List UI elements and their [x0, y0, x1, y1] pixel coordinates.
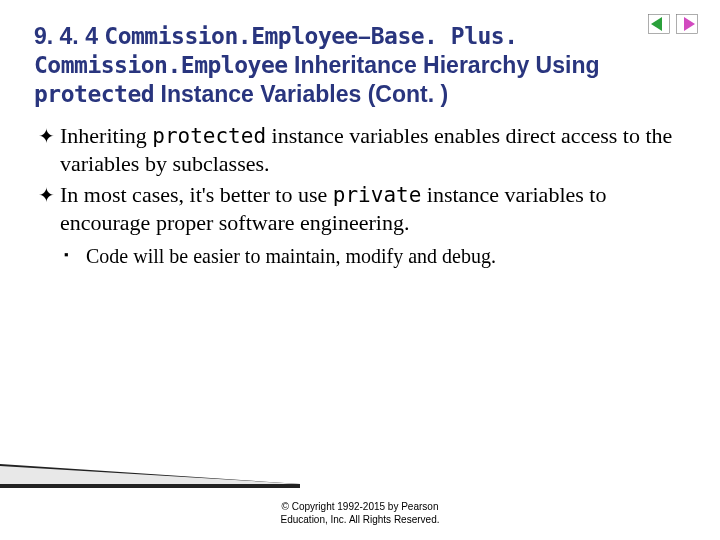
bullet-marker: ✦	[34, 181, 60, 209]
section-number: 9. 4. 4	[34, 23, 104, 49]
copyright-line-2: Education, Inc. All Rights Reserved.	[281, 514, 440, 525]
bullet-text: Code will be easier to maintain, modify …	[86, 243, 674, 269]
arrow-right-icon	[676, 14, 698, 34]
list-item: ✦ Inheriting protected instance variable…	[34, 122, 674, 178]
copyright: © Copyright 1992-2015 by Pearson Educati…	[0, 500, 720, 526]
bullet-text: In most cases, it's better to use privat…	[60, 181, 674, 237]
nav-controls	[648, 14, 698, 34]
title-text-2: Instance Variables (Cont. )	[154, 81, 448, 107]
inline-code: private	[333, 183, 422, 207]
svg-marker-3	[684, 17, 695, 31]
title-code-3: protected	[34, 81, 154, 107]
slide-title: 9. 4. 4 Commission.Employee–Base. Plus. …	[34, 22, 614, 108]
svg-marker-1	[651, 17, 662, 31]
bullet-marker: ✦	[34, 122, 60, 150]
arrow-left-icon	[648, 14, 670, 34]
svg-marker-4	[0, 464, 300, 488]
list-item: ▪ Code will be easier to maintain, modif…	[64, 243, 674, 269]
list-item: ✦ In most cases, it's better to use priv…	[34, 181, 674, 237]
bullet-marker: ▪	[64, 243, 86, 268]
bullet-text: Inheriting protected instance variables …	[60, 122, 674, 178]
next-button[interactable]	[676, 14, 698, 34]
title-text-1: Inheritance Hierarchy Using	[288, 52, 600, 78]
prev-button[interactable]	[648, 14, 670, 34]
copyright-line-1: © Copyright 1992-2015 by Pearson	[282, 501, 439, 512]
inline-code: protected	[152, 124, 266, 148]
slide: 9. 4. 4 Commission.Employee–Base. Plus. …	[0, 0, 720, 540]
decorative-wedge	[0, 444, 300, 488]
svg-marker-5	[0, 466, 300, 484]
title-code-1: Commission.Employee	[104, 23, 358, 49]
slide-body: ✦ Inheriting protected instance variable…	[34, 122, 674, 269]
title-dash: –	[358, 23, 371, 49]
